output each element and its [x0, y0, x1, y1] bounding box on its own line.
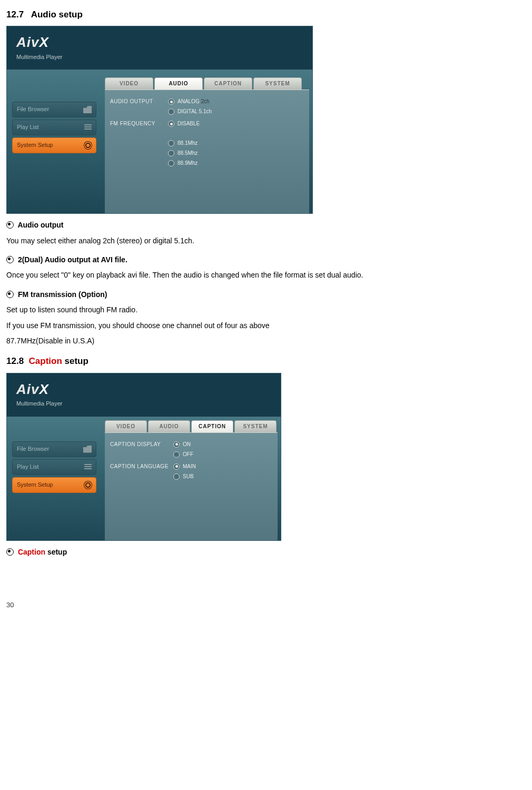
- option-lang-sub[interactable]: SUB: [173, 472, 272, 481]
- sidebar: File Browser Play List System Setup: [7, 70, 102, 213]
- sidebar-item-label: File Browser: [17, 105, 49, 114]
- section-heading-caption: 12.8 Caption setup: [6, 354, 526, 368]
- folder-icon: [83, 106, 92, 113]
- tab-caption[interactable]: CAPTION: [204, 77, 252, 90]
- radio-icon: [173, 463, 180, 470]
- option-lang-main[interactable]: MAIN: [173, 462, 272, 471]
- bullet-icon: [6, 256, 14, 263]
- radio-icon: [173, 451, 180, 458]
- option-analog[interactable]: ANALOG 2ch: [168, 97, 304, 106]
- option-label: SUB: [183, 472, 194, 481]
- sidebar-item-label: Play List: [17, 462, 39, 472]
- bullet-fm: FM transmission (Option): [6, 289, 526, 300]
- setting-label: FM FREQUENCY: [110, 120, 168, 169]
- sidebar-item-system-setup[interactable]: System Setup: [12, 137, 96, 153]
- bullet-icon: [6, 221, 14, 229]
- app-header: AivX Multimedia Player: [7, 26, 312, 70]
- content-area: VIDEO AUDIO CAPTION SYSTEM AUDIO OUTPUT …: [102, 70, 312, 213]
- app-body: File Browser Play List System Setup VIDE…: [7, 70, 312, 213]
- sidebar-item-play-list[interactable]: Play List: [12, 459, 96, 475]
- tab-video[interactable]: VIDEO: [105, 420, 147, 432]
- sidebar-item-play-list[interactable]: Play List: [12, 120, 96, 135]
- app-logo: AivX: [16, 32, 303, 54]
- list-icon: [84, 124, 92, 131]
- paragraph: You may select either analog 2ch (stereo…: [6, 233, 526, 249]
- tab-bar: VIDEO AUDIO CAPTION SYSTEM: [105, 420, 281, 432]
- bullet-dual-audio: 2(Dual) Audio output at AVI file.: [6, 254, 526, 265]
- app-body: File Browser Play List System Setup VIDE…: [7, 417, 281, 540]
- option-fm-889[interactable]: 88.9Mhz: [168, 159, 304, 167]
- setting-fm-frequency: FM FREQUENCY DISABLE 88.1Mhz: [110, 120, 304, 169]
- sidebar: File Browser Play List System Setup: [7, 417, 102, 540]
- radio-icon: [173, 473, 180, 480]
- setting-caption-language: CAPTION LANGUAGE MAIN SUB: [110, 462, 272, 482]
- radio-icon: [168, 150, 174, 156]
- folder-icon: [83, 446, 92, 453]
- logo-x: X: [39, 34, 48, 50]
- page-number: 30: [6, 600, 526, 611]
- option-label: 88.5Mhz: [178, 149, 198, 157]
- sidebar-item-system-setup[interactable]: System Setup: [12, 477, 96, 493]
- bullet-caption-setup: Caption setup: [6, 546, 526, 558]
- sidebar-item-label: Play List: [17, 123, 39, 132]
- option-fm-885[interactable]: 88.5Mhz: [168, 149, 304, 157]
- setting-label: CAPTION LANGUAGE: [110, 462, 173, 482]
- radio-icon: [168, 121, 174, 127]
- app-subtitle: Multimedia Player: [16, 53, 303, 62]
- app-logo: AivX: [16, 379, 271, 401]
- paragraph: If you use FM transmission, you should c…: [6, 318, 526, 333]
- tab-video[interactable]: VIDEO: [105, 77, 153, 90]
- option-caption-off[interactable]: OFF: [173, 450, 272, 459]
- option-fm-881[interactable]: 88.1Mhz: [168, 139, 304, 147]
- gear-icon: [84, 142, 92, 149]
- section-title: Audio setup: [31, 9, 83, 19]
- list-icon: [84, 464, 92, 470]
- sidebar-item-file-browser[interactable]: File Browser: [12, 441, 96, 457]
- app-subtitle: Multimedia Player: [16, 399, 271, 409]
- sidebar-item-label: System Setup: [17, 141, 53, 150]
- settings-panel-caption: CAPTION DISPLAY ON OFF CAPTION LANGUAGE: [105, 432, 278, 540]
- section-title-rest: setup: [62, 356, 88, 366]
- option-label: ANALOG: [178, 97, 200, 106]
- tab-audio[interactable]: AUDIO: [154, 77, 203, 90]
- tab-system[interactable]: SYSTEM: [234, 420, 277, 432]
- option-label: 88.9Mhz: [178, 159, 198, 167]
- content-area: VIDEO AUDIO CAPTION SYSTEM CAPTION DISPL…: [102, 417, 281, 540]
- app-window-audio: AivX Multimedia Player File Browser Play…: [6, 26, 313, 214]
- setting-audio-output: AUDIO OUTPUT ANALOG 2ch DIGITAL 5.1ch: [110, 97, 304, 117]
- setting-label: CAPTION DISPLAY: [110, 440, 173, 460]
- option-label: ON: [183, 440, 191, 449]
- radio-icon: [168, 140, 174, 146]
- sidebar-item-file-browser[interactable]: File Browser: [12, 102, 96, 117]
- tab-audio[interactable]: AUDIO: [148, 420, 190, 432]
- paragraph: Set up to listen sound through FM radio.: [6, 302, 526, 318]
- logo-main: Aiv: [16, 381, 39, 397]
- sidebar-item-label: System Setup: [17, 480, 53, 490]
- option-suffix: 2ch: [201, 97, 209, 106]
- spacer: [168, 130, 304, 139]
- radio-icon: [168, 108, 174, 115]
- bullet-title-red: Caption: [18, 548, 45, 556]
- option-label: MAIN: [183, 462, 196, 471]
- tab-caption[interactable]: CAPTION: [191, 420, 233, 432]
- section-number: 12.8: [6, 356, 24, 366]
- option-label: 88.1Mhz: [178, 139, 198, 147]
- section-number: 12.7: [6, 9, 24, 19]
- logo-x: X: [39, 381, 48, 397]
- bullet-title: 2(Dual) Audio output at AVI file.: [18, 255, 127, 264]
- radio-icon: [173, 441, 180, 448]
- paragraph: 87.7MHz(Disable in U.S.A): [6, 333, 526, 349]
- option-digital[interactable]: DIGITAL 5.1ch: [168, 107, 304, 116]
- option-caption-on[interactable]: ON: [173, 440, 272, 449]
- option-label: OFF: [183, 450, 193, 459]
- settings-panel-audio: AUDIO OUTPUT ANALOG 2ch DIGITAL 5.1ch: [105, 90, 309, 213]
- sidebar-item-label: File Browser: [17, 445, 49, 454]
- radio-icon: [168, 98, 174, 105]
- bullet-icon: [6, 548, 14, 556]
- tab-system[interactable]: SYSTEM: [253, 77, 302, 90]
- option-fm-disable[interactable]: DISABLE: [168, 120, 304, 128]
- section-title-red: Caption: [29, 356, 62, 366]
- gear-icon: [84, 481, 92, 489]
- logo-main: Aiv: [16, 34, 39, 50]
- app-window-caption: AivX Multimedia Player File Browser Play…: [6, 373, 281, 541]
